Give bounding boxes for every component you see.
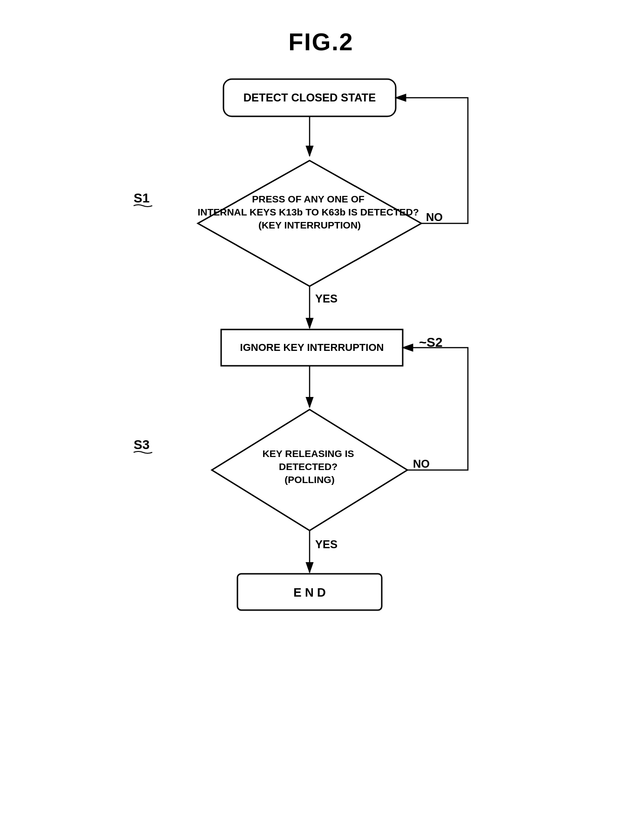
arrow-s3-no xyxy=(403,348,468,470)
s3-yes-label: YES xyxy=(315,538,338,551)
flowchart-diagram: DETECT CLOSED STATE S1 PRESS OF ANY ONE … xyxy=(100,65,542,791)
s1-no-label: NO xyxy=(426,211,443,223)
page: FIG.2 DETECT CLOSED STATE S1 PRESS OF AN… xyxy=(0,0,642,840)
detect-closed-state-label: DETECT CLOSED STATE xyxy=(243,91,375,104)
s3-no-label: NO xyxy=(413,457,430,470)
s3-step-label: S3 xyxy=(134,437,149,452)
s2-label: IGNORE KEY INTERRUPTION xyxy=(240,342,384,353)
figure-title: FIG.2 xyxy=(0,0,642,56)
arrow-s1-no xyxy=(396,98,468,223)
s1-step-label: S1 xyxy=(134,191,149,205)
s1-yes-label: YES xyxy=(315,292,338,305)
end-label: E N D xyxy=(293,585,325,599)
